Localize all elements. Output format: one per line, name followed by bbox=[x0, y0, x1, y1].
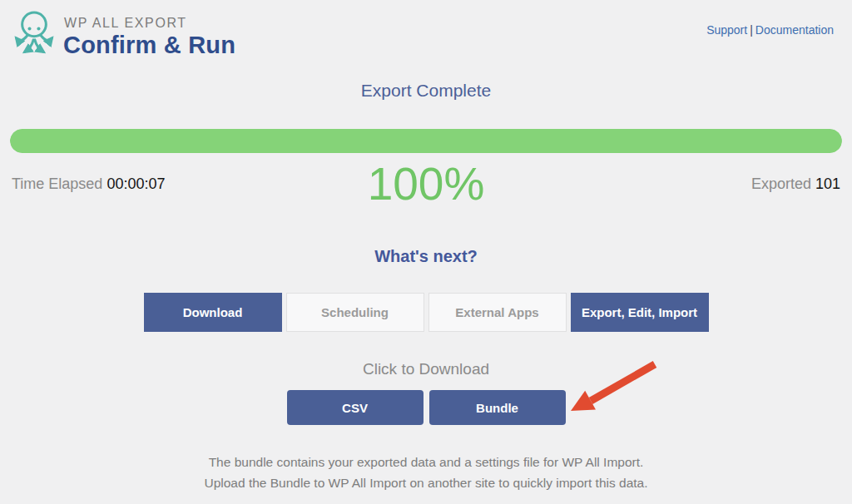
tab-scheduling[interactable]: Scheduling bbox=[286, 293, 424, 332]
bundle-note-line2: Upload the Bundle to WP All Import on an… bbox=[0, 472, 852, 493]
exported-label: Exported bbox=[751, 175, 811, 192]
progress-bar bbox=[10, 129, 842, 153]
export-complete-heading: Export Complete bbox=[0, 81, 852, 101]
click-to-download-heading: Click to Download bbox=[0, 360, 852, 378]
progress-bar-fill bbox=[10, 129, 842, 153]
tab-external-apps[interactable]: External Apps bbox=[428, 293, 567, 332]
tab-export-edit-import[interactable]: Export, Edit, Import bbox=[571, 293, 709, 332]
exported-count: Exported 101 bbox=[751, 175, 840, 193]
stats-row: Time Elapsed 00:00:07 100% Exported 101 bbox=[0, 156, 852, 211]
bundle-note: The bundle contains your exported data a… bbox=[0, 452, 852, 493]
support-link[interactable]: Support bbox=[706, 23, 747, 37]
whats-next-heading: What's next? bbox=[0, 247, 852, 266]
bundle-note-line1: The bundle contains your exported data a… bbox=[0, 452, 852, 472]
link-separator: | bbox=[747, 23, 755, 37]
tab-download[interactable]: Download bbox=[144, 293, 282, 332]
whats-next-tabs: Download Scheduling External Apps Export… bbox=[0, 293, 852, 332]
octopus-logo-icon bbox=[12, 7, 57, 62]
progress-percent: 100% bbox=[0, 156, 852, 211]
page-title: Confirm & Run bbox=[63, 32, 235, 59]
exported-value: 101 bbox=[815, 175, 840, 192]
brand-name: WP ALL EXPORT bbox=[64, 16, 187, 31]
header-links: Support|Documentation bbox=[706, 23, 834, 37]
confirm-and-run-page: WP ALL EXPORT Confirm & Run Support|Docu… bbox=[0, 0, 852, 504]
csv-download-button[interactable]: CSV bbox=[287, 390, 424, 425]
documentation-link[interactable]: Documentation bbox=[755, 23, 834, 37]
bundle-download-button[interactable]: Bundle bbox=[429, 390, 566, 425]
download-buttons: CSV Bundle bbox=[0, 390, 852, 425]
